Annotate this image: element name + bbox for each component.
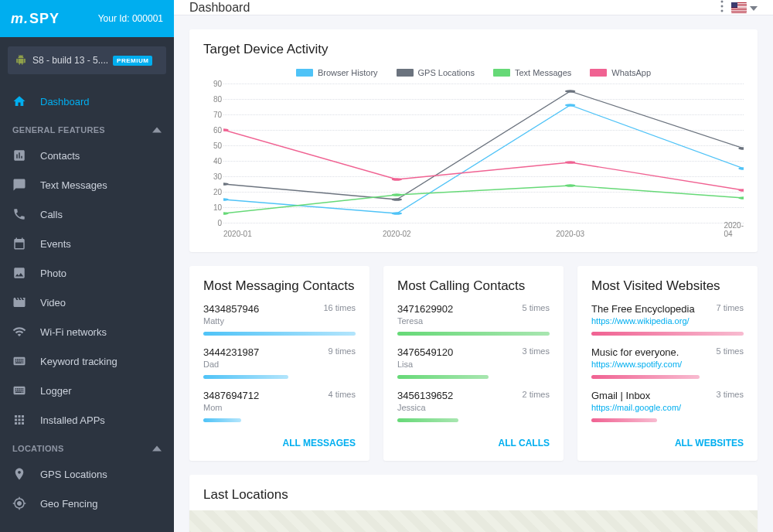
brand-logo: m.SPY: [11, 11, 60, 27]
wifi-icon: [12, 325, 26, 339]
list-item[interactable]: Music for everyone. https://www.spotify.…: [591, 346, 744, 379]
list-item[interactable]: 3456139652 Jessica 2 times: [397, 390, 550, 422]
row-value: 3434857946: [203, 303, 259, 315]
row-count: 16 times: [323, 303, 356, 312]
legend-item[interactable]: Text Messages: [493, 68, 571, 77]
chart-area: 01020304050607080902020-012020-022020-03…: [203, 84, 744, 238]
sidebar-item-gps-locations[interactable]: GPS Locations: [0, 459, 174, 489]
sidebar-item-logger[interactable]: Logger: [0, 376, 174, 405]
progress-bar: [397, 332, 550, 336]
all-websites-link[interactable]: ALL WEBSITES: [577, 433, 758, 452]
target-icon: [12, 496, 26, 510]
legend-item[interactable]: WhatsApp: [590, 68, 651, 77]
sidebar-item-text-messages[interactable]: Text Messages: [0, 170, 174, 200]
x-tick-label: 2020-01: [223, 230, 252, 238]
premium-badge: PREMIUM: [113, 56, 152, 66]
progress-bar: [397, 418, 458, 422]
y-tick-label: 0: [203, 219, 222, 227]
main: Dashboard Target Device Activity Browser…: [174, 0, 773, 532]
sidebar-item-geo-fencing[interactable]: Geo Fencing: [0, 489, 174, 518]
chevron-up-icon: [152, 125, 162, 135]
sidebar-item-video[interactable]: Video: [0, 288, 174, 317]
svg-point-3: [223, 198, 229, 201]
header: Dashboard: [174, 0, 773, 15]
messaging-title: Most Messaging Contacts: [189, 266, 369, 298]
row-link[interactable]: https://www.spotify.com/: [591, 360, 682, 369]
y-tick-label: 10: [203, 203, 222, 212]
list-item[interactable]: 3444231987 Dad 9 times: [203, 346, 356, 379]
all-messages-link[interactable]: ALL MESSAGES: [189, 433, 369, 452]
list-item[interactable]: 3487694712 Mom 4 times: [203, 390, 356, 422]
svg-point-6: [738, 167, 744, 170]
list-item[interactable]: The Free Encyclopedia https://www.wikipe…: [591, 303, 744, 336]
sidebar-item-label: GPS Locations: [40, 469, 107, 480]
row-value: 3456139652: [397, 390, 453, 401]
list-item[interactable]: 3471629902 Teresa 5 times: [397, 303, 550, 336]
legend-swatch: [493, 69, 510, 77]
row-count: 7 times: [717, 303, 744, 312]
list-item[interactable]: 3434857946 Matty 16 times: [203, 303, 356, 336]
sidebar-item-wi-fi-networks[interactable]: Wi-Fi networks: [0, 317, 174, 346]
device-selector[interactable]: S8 - build 13 - 5.... PREMIUM: [8, 46, 166, 74]
svg-point-17: [565, 161, 575, 164]
chart-panel: Target Device Activity Browser HistoryGP…: [189, 29, 758, 252]
map-preview[interactable]: [189, 510, 758, 532]
messaging-panel: Most Messaging Contacts 3434857946 Matty…: [189, 266, 369, 461]
list-item[interactable]: 3476549120 Lisa 3 times: [397, 346, 550, 379]
svg-point-1: [721, 5, 724, 8]
y-tick-label: 40: [203, 157, 222, 165]
sidebar-item-label: Wi-Fi networks: [40, 326, 107, 338]
sidebar-item-events[interactable]: Events: [0, 229, 174, 258]
sidebar-item-label: Geo Fencing: [40, 498, 97, 510]
y-tick-label: 80: [203, 95, 222, 104]
svg-point-5: [565, 104, 575, 107]
contacts-icon: [12, 148, 26, 162]
progress-bar: [397, 375, 489, 379]
sidebar-item-keyword-tracking[interactable]: Keyword tracking: [0, 346, 174, 376]
keyboard-icon: [12, 354, 26, 368]
page-title: Dashboard: [189, 1, 250, 15]
flag-us-icon[interactable]: [731, 2, 747, 13]
legend-label: Browser History: [318, 68, 378, 77]
chevron-down-icon[interactable]: [750, 2, 758, 13]
legend-item[interactable]: GPS Locations: [397, 68, 475, 77]
sidebar-item-label: Video: [40, 297, 66, 309]
x-tick-label: 2020-02: [383, 230, 411, 238]
chart-series-line: [223, 105, 744, 213]
row-link[interactable]: https://www.wikipedia.org/: [591, 316, 695, 326]
row-count: 4 times: [329, 390, 356, 399]
legend-item[interactable]: Browser History: [296, 68, 378, 77]
svg-point-16: [392, 178, 402, 181]
all-calls-link[interactable]: ALL CALLS: [383, 433, 564, 452]
video-icon: [12, 295, 26, 309]
section-title: LOCATIONS: [12, 444, 64, 453]
svg-point-13: [565, 184, 575, 187]
legend-label: GPS Locations: [418, 68, 475, 77]
sidebar-item-contacts[interactable]: Contacts: [0, 141, 174, 170]
row-subtitle: Teresa: [397, 316, 453, 326]
row-link[interactable]: https://mail.google.com/: [591, 403, 681, 412]
row-value: 3444231987: [203, 346, 259, 358]
more-icon[interactable]: [720, 0, 724, 15]
chart-series-line: [223, 186, 744, 213]
row-value: Gmail | Inbox: [591, 390, 681, 401]
calling-panel: Most Calling Contacts 3471629902 Teresa …: [383, 266, 564, 461]
row-subtitle: Jessica: [397, 403, 453, 412]
sidebar-item-dashboard[interactable]: Dashboard: [0, 87, 174, 116]
last-locations-title: Last Locations: [189, 475, 758, 507]
phone-icon: [12, 207, 26, 221]
section-head[interactable]: GENERAL FEATURES: [0, 116, 174, 141]
svg-point-14: [738, 196, 744, 200]
sidebar-item-label: Text Messages: [40, 179, 107, 191]
list-item[interactable]: Gmail | Inbox https://mail.google.com/ 3…: [591, 390, 744, 422]
sidebar-item-calls[interactable]: Calls: [0, 200, 174, 229]
sidebar-item-photo[interactable]: Photo: [0, 258, 174, 288]
svg-point-12: [392, 193, 402, 196]
section-head[interactable]: LOCATIONS: [0, 435, 174, 459]
logo-bar: m.SPY Your Id: 000001: [0, 0, 174, 37]
sidebar-item-installed-apps[interactable]: Installed APPs: [0, 405, 174, 435]
y-tick-label: 90: [203, 80, 222, 88]
message-icon: [12, 178, 26, 192]
three-column-row: Most Messaging Contacts 3434857946 Matty…: [189, 266, 758, 461]
row-count: 5 times: [717, 346, 744, 356]
